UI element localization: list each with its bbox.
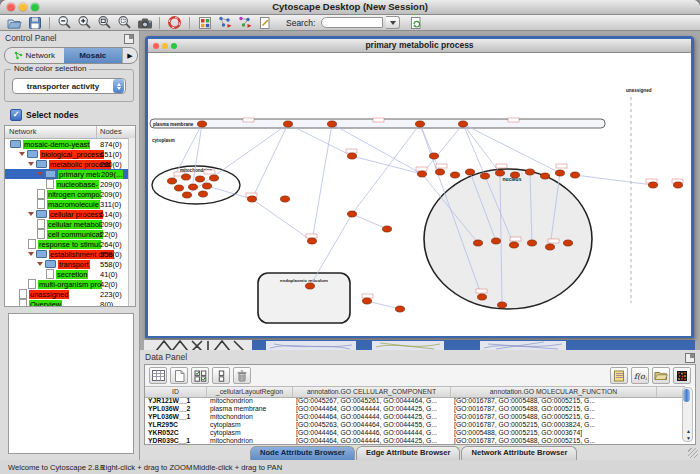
table-cell: mitochondrion: [207, 413, 293, 421]
table-row[interactable]: YKR052Ccytoplasm[GO:0044464, GO:0044446,…: [145, 429, 685, 437]
tab-edge-attribute-browser[interactable]: Edge Attribute Browser: [356, 446, 461, 460]
table-row[interactable]: YLR295Ccytoplasm[GO:0045263, GO:0044464,…: [145, 421, 685, 429]
tree-row-count: 42(0): [100, 280, 118, 289]
file-icon: [37, 189, 45, 199]
expander-icon[interactable]: [37, 172, 43, 176]
delete-attribute-icon[interactable]: [233, 367, 251, 384]
expander-icon[interactable]: [28, 212, 34, 216]
tree-row[interactable]: cell communicat22(0): [5, 229, 135, 239]
tree-row[interactable]: macromolecule311(0): [5, 199, 135, 209]
refresh-search-icon[interactable]: [407, 15, 424, 30]
birdseye-view[interactable]: [8, 313, 134, 454]
file-icon: [19, 289, 27, 299]
tree-row-label: response to stimul: [38, 240, 101, 249]
table-row[interactable]: YPL036W__1mitochondrion[GO:0044464, GO:0…: [145, 413, 685, 421]
tree-scrollbar[interactable]: [128, 138, 135, 306]
tree-row-label: secretion: [56, 270, 88, 279]
tree-row[interactable]: mosaic-demo-yeast874(0): [5, 139, 135, 149]
tree-col-nodes[interactable]: Nodes: [97, 126, 135, 138]
tab-node-attribute-browser[interactable]: Node Attribute Browser: [250, 446, 355, 460]
search-input[interactable]: [321, 17, 383, 28]
matrix-icon[interactable]: [673, 367, 691, 384]
column-header[interactable]: ID: [145, 387, 207, 397]
unselect-attributes-icon[interactable]: [212, 367, 230, 384]
float-panel-icon[interactable]: [124, 34, 134, 44]
tree-row[interactable]: establishment of lo558(0): [5, 249, 135, 259]
scroll-up-icon[interactable]: ▲: [685, 428, 692, 434]
import-attributes-icon[interactable]: [652, 367, 670, 384]
tree-row[interactable]: metabolic process280(0): [5, 159, 135, 169]
table-row[interactable]: YPL036W__2plasma membrane[GO:0044464, GO…: [145, 405, 685, 413]
expander-icon[interactable]: [28, 252, 34, 256]
table-cell: [GO:0045263, GO:0044464, GO:0044455, G..…: [293, 421, 451, 429]
column-header[interactable]: annotation.GO CELLULAR_COMPONENT: [293, 387, 451, 397]
tree-row[interactable]: primary metabol209(...: [5, 169, 135, 179]
tab-network[interactable]: Network: [5, 48, 64, 63]
tree-row[interactable]: response to stimul264(0): [5, 239, 135, 249]
file-icon: [46, 269, 54, 279]
tree-row-count: 209(0): [100, 180, 122, 189]
select-nodes-checkbox[interactable]: ✓: [10, 109, 22, 121]
table-scrollbar-thumb[interactable]: [683, 389, 690, 402]
search-dropdown-icon[interactable]: [386, 16, 400, 29]
expander-icon[interactable]: [28, 162, 34, 166]
attribute-table-icon[interactable]: [149, 367, 167, 384]
table-cell: [GO:0016787, GO:0005488, GO:0005215, G..…: [451, 397, 657, 405]
zoom-fit-icon[interactable]: [96, 15, 113, 30]
tree-row[interactable]: nucleobase-209(0): [5, 179, 135, 189]
align-network-icon[interactable]: [236, 15, 253, 30]
scroll-down-icon[interactable]: ▼: [685, 435, 692, 441]
tree-row-label: transport: [58, 260, 90, 269]
layout-network-icon[interactable]: [216, 15, 233, 30]
folder-icon: [45, 260, 56, 268]
column-header[interactable]: annotation.GO MOLECULAR_FUNCTION: [451, 387, 657, 397]
node-color-dropdown[interactable]: transporter activity: [12, 78, 126, 94]
snapshot-icon[interactable]: [136, 15, 153, 30]
notes-icon[interactable]: [610, 367, 628, 384]
search-label: Search:: [286, 18, 315, 28]
attribute-table[interactable]: YJR121W__1mitochondrion[GO:0045267, GO:0…: [145, 397, 685, 444]
window-titlebar[interactable]: Cytoscape Desktop (New Session): [0, 0, 700, 15]
tree-row-label: multi-organism pro: [38, 280, 102, 289]
table-cell: [GO:0016787, GO:0005488, GO:0005215, G..…: [451, 413, 657, 421]
tab-network-attribute-browser[interactable]: Network Attribute Browser: [461, 446, 577, 460]
table-row[interactable]: YJR121W__1mitochondrion[GO:0045267, GO:0…: [145, 397, 685, 405]
vizmapper-icon[interactable]: [196, 15, 213, 30]
annotation-icon[interactable]: [256, 15, 273, 30]
tree-row[interactable]: multi-organism pro42(0): [5, 279, 135, 289]
table-row[interactable]: YDR039C__1mitochondrion[GO:0044464, GO:0…: [145, 437, 685, 444]
zoom-in-icon[interactable]: [76, 15, 93, 30]
open-icon[interactable]: [6, 15, 23, 30]
tree-row[interactable]: unassigned223(0): [5, 289, 135, 299]
data-panel-float-icon[interactable]: [685, 353, 695, 363]
zoom-out-icon[interactable]: [56, 15, 73, 30]
zoom-selected-icon[interactable]: [116, 15, 133, 30]
expander-icon[interactable]: [19, 152, 25, 156]
new-attribute-icon[interactable]: [170, 367, 188, 384]
network-view-titlebar[interactable]: primary metabolic process: [148, 39, 691, 53]
column-header[interactable]: _cellularLayoutRegion: [207, 387, 293, 397]
save-icon[interactable]: [26, 15, 43, 30]
tab-mosaic[interactable]: Mosaic: [64, 48, 123, 63]
tree-row[interactable]: nitrogen compo209(0): [5, 189, 135, 199]
network-desktop: primary metabolic process plasma membran…: [140, 31, 700, 350]
select-attributes-icon[interactable]: [191, 367, 209, 384]
tree-row[interactable]: biological_process651(0): [5, 149, 135, 159]
network-view-frame[interactable]: primary metabolic process plasma membran…: [145, 36, 694, 338]
tree-col-network[interactable]: Network: [5, 126, 97, 138]
tree-row[interactable]: cellular metabol209(0): [5, 219, 135, 229]
table-cell: mitochondrion: [207, 437, 293, 444]
tree-row[interactable]: transport558(0): [5, 259, 135, 269]
tab-overflow-icon[interactable]: ▶: [122, 48, 137, 63]
function-builder-icon[interactable]: f(o): [631, 367, 649, 384]
help-icon[interactable]: [166, 15, 183, 30]
tree-row[interactable]: cellular process614(0): [5, 209, 135, 219]
table-cell: [GO:0044464, GO:0044444, GO:0044425, G..…: [293, 413, 451, 421]
network-canvas[interactable]: plasma membranecytoplasmmitochondrionnuc…: [148, 53, 691, 336]
expander-icon[interactable]: [37, 262, 43, 266]
resize-grip[interactable]: [688, 448, 698, 458]
table-scrollbar[interactable]: ▲ ▼: [682, 387, 693, 442]
tree-row[interactable]: Overview8(0): [5, 299, 135, 307]
tree-row[interactable]: secretion41(0): [5, 269, 135, 279]
background-windows-strip[interactable]: [144, 338, 695, 350]
